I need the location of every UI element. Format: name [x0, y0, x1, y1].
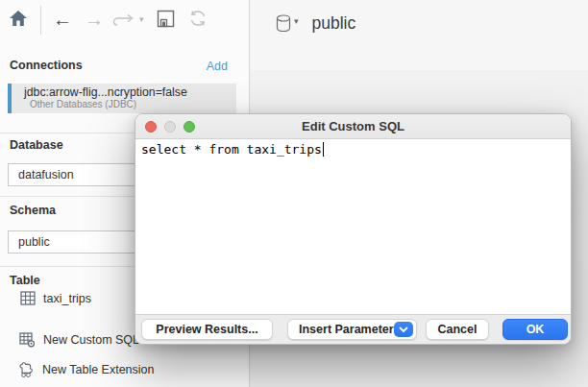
connections-label: Connections	[10, 59, 83, 72]
home-button[interactable]	[9, 9, 28, 28]
connection-subtitle: Other Databases (JDBC)	[30, 99, 236, 109]
preview-results-button[interactable]: Preview Results...	[141, 319, 273, 340]
cancel-button[interactable]: Cancel	[426, 319, 489, 340]
new-custom-sql-item[interactable]: New Custom SQL	[19, 332, 139, 348]
redo-button[interactable]	[112, 12, 135, 27]
text-cursor	[323, 142, 324, 157]
forward-button[interactable]: →	[85, 10, 104, 29]
sql-text: select * from taxi_trips	[141, 142, 322, 157]
page-title: public	[312, 13, 356, 34]
table-grid-icon	[20, 291, 36, 305]
ok-button[interactable]: OK	[502, 319, 568, 340]
insert-parameter-button[interactable]: Insert Parameter	[287, 319, 417, 340]
new-table-extension-label: New Table Extension	[42, 363, 155, 376]
sql-text-editor[interactable]: select * from taxi_trips	[135, 139, 571, 314]
ok-label: OK	[527, 323, 545, 336]
table-item-taxi-trips[interactable]: taxi_trips	[20, 291, 91, 305]
table-label: Table	[10, 274, 40, 287]
edit-custom-sql-dialog: Edit Custom SQL select * from taxi_trips…	[135, 113, 572, 345]
dialog-titlebar[interactable]: Edit Custom SQL	[135, 114, 571, 139]
database-cylinder-icon[interactable]	[276, 14, 291, 33]
preview-results-label: Preview Results...	[156, 323, 257, 336]
database-select-value: datafusion	[18, 168, 74, 181]
new-table-extension-item[interactable]: New Table Extension	[19, 362, 155, 377]
toolbar-divider	[40, 6, 41, 35]
add-connection-link[interactable]: Add	[207, 60, 228, 73]
schema-select-value: public	[18, 235, 50, 249]
table-gear-icon	[19, 332, 36, 348]
app-window: ▾ public Connections Add jdbc:arrow-flig…	[0, 0, 588, 387]
connection-list-item[interactable]: jdbc:arrow-flig...ncryption=false Other …	[8, 84, 236, 113]
new-custom-sql-label: New Custom SQL	[43, 333, 139, 347]
schema-header: ▾ public	[276, 13, 355, 34]
insert-parameter-dropdown-button[interactable]	[394, 322, 413, 337]
schema-label: Schema	[10, 204, 56, 217]
back-button[interactable]: ←	[53, 10, 72, 29]
extension-icon	[19, 362, 35, 377]
dialog-title: Edit Custom SQL	[135, 119, 571, 133]
refresh-button[interactable]	[188, 9, 208, 28]
table-item-label: taxi_trips	[43, 292, 91, 305]
cancel-label: Cancel	[438, 323, 478, 336]
save-button[interactable]	[157, 10, 175, 28]
database-label: Database	[10, 138, 63, 152]
chevron-down-icon[interactable]: ▾	[294, 16, 299, 26]
insert-parameter-label: Insert Parameter	[299, 323, 394, 336]
redo-caret-icon[interactable]: ▾	[139, 14, 144, 24]
toolbar: ← → ▾	[0, 0, 250, 40]
connection-title: jdbc:arrow-flig...ncryption=false	[24, 85, 236, 99]
dialog-footer: Preview Results... Insert Parameter Canc…	[135, 314, 571, 344]
